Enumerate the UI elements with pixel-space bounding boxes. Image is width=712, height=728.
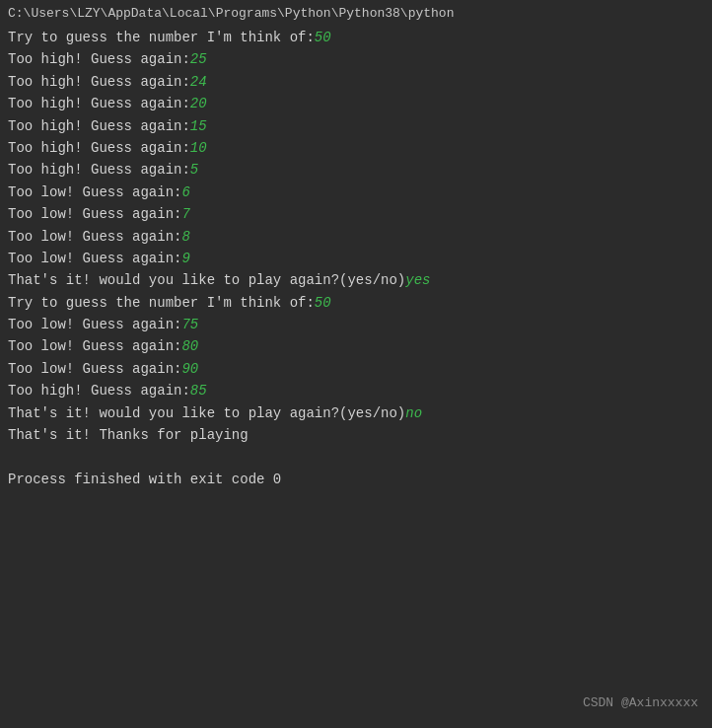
system-output: Too high! Guess again: — [8, 51, 190, 67]
system-output: Too low! Guess again: — [8, 229, 181, 245]
user-input: 7 — [181, 206, 189, 222]
terminal-line: Too low! Guess again:90 — [8, 358, 704, 380]
terminal-line: Too high! Guess again:85 — [8, 380, 704, 401]
terminal-line: That's it! would you like to play again?… — [8, 402, 704, 424]
user-input: yes — [405, 272, 430, 288]
system-output: That's it! would you like to play again?… — [8, 405, 405, 421]
system-output: Too high! Guess again: — [8, 118, 190, 134]
terminal-line: Too high! Guess again:10 — [8, 137, 704, 159]
system-output: Too low! Guess again: — [8, 361, 181, 377]
system-output: Too high! Guess again: — [8, 74, 190, 90]
user-input: 50 — [315, 30, 331, 45]
terminal-window: C:\Users\LZY\AppData\Local\Programs\Pyth… — [0, 0, 712, 728]
user-input: no — [405, 405, 422, 421]
user-input: 24 — [190, 74, 207, 90]
terminal-line: That's it! Thanks for playing — [8, 424, 704, 446]
terminal-line: Too high! Guess again:24 — [8, 71, 704, 93]
system-output: Too low! Guess again: — [8, 251, 181, 266]
terminal-line: That's it! would you like to play again?… — [8, 269, 704, 291]
terminal-line: Too high! Guess again:15 — [8, 115, 704, 137]
terminal-line: Try to guess the number I'm think of:50 — [8, 292, 704, 314]
terminal-line: Try to guess the number I'm think of:50 — [8, 27, 704, 48]
system-output: That's it! would you like to play again?… — [8, 272, 405, 288]
terminal-line: Too high! Guess again:5 — [8, 159, 704, 181]
system-output: Too high! Guess again: — [8, 383, 190, 399]
title-bar: C:\Users\LZY\AppData\Local\Programs\Pyth… — [8, 6, 704, 21]
system-output: Try to guess the number I'm think of: — [8, 295, 315, 311]
terminal-line: Too low! Guess again:6 — [8, 182, 704, 203]
system-output: Too high! Guess again: — [8, 162, 190, 178]
terminal-line: Too low! Guess again:75 — [8, 314, 704, 335]
system-output: Too low! Guess again: — [8, 206, 181, 222]
user-input: 85 — [190, 383, 207, 399]
terminal-line: Process finished with exit code 0 — [8, 469, 704, 490]
system-output: Too low! Guess again: — [8, 338, 181, 354]
terminal-content: Try to guess the number I'm think of:50T… — [8, 27, 704, 490]
system-output: Too high! Guess again: — [8, 140, 190, 156]
terminal-line: Too high! Guess again:20 — [8, 93, 704, 114]
terminal-line: Too low! Guess again:9 — [8, 248, 704, 269]
system-output: Too low! Guess again: — [8, 317, 181, 332]
user-input: 6 — [181, 184, 189, 200]
user-input: 15 — [190, 118, 207, 134]
user-input: 50 — [315, 295, 331, 311]
system-output: Try to guess the number I'm think of: — [8, 30, 315, 45]
user-input: 10 — [190, 140, 207, 156]
terminal-line: Too low! Guess again:7 — [8, 203, 704, 225]
user-input: 5 — [190, 162, 198, 178]
user-input: 80 — [181, 338, 198, 354]
user-input: 8 — [181, 229, 189, 245]
user-input: 75 — [181, 317, 198, 332]
empty-line — [8, 446, 704, 468]
user-input: 9 — [181, 251, 189, 266]
user-input: 25 — [190, 51, 207, 67]
user-input: 20 — [190, 96, 207, 111]
user-input: 90 — [181, 361, 198, 377]
watermark: CSDN @Axinxxxxx — [583, 695, 698, 710]
system-output: Too high! Guess again: — [8, 96, 190, 111]
terminal-line: Too high! Guess again:25 — [8, 48, 704, 70]
system-output: Too low! Guess again: — [8, 184, 181, 200]
terminal-line: Too low! Guess again:8 — [8, 226, 704, 248]
terminal-line: Too low! Guess again:80 — [8, 335, 704, 357]
